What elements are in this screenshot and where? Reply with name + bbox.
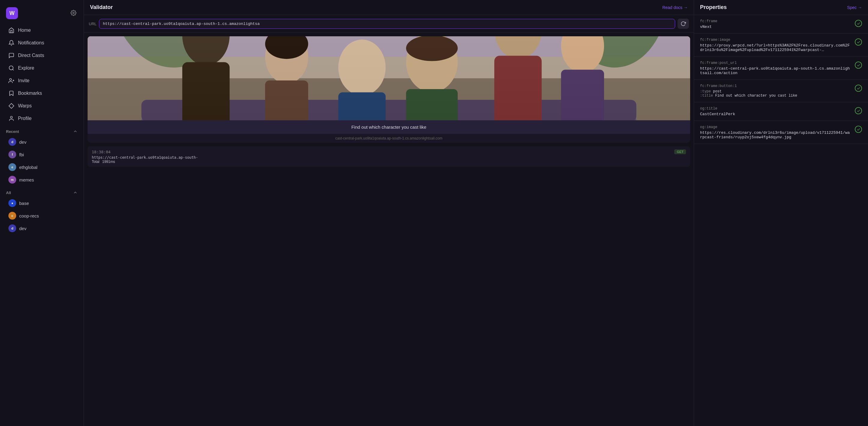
prop-row-og-title: og:title CastCentralPerk (694, 102, 868, 121)
properties-content: fc:frame vNext fc:frame:image https://pr… (694, 15, 868, 426)
prop-key: fc:frame:image (700, 38, 851, 42)
sidebar-item-warps-label: Warps (18, 103, 32, 109)
recent-section-header: Recent (0, 125, 84, 135)
prop-left: fc:frame:button:1 :type post :title Find… (700, 84, 851, 98)
diamond-icon (8, 103, 14, 109)
check-icon (857, 63, 861, 67)
prop-valid-icon (855, 38, 862, 45)
search-icon (8, 65, 14, 71)
channel-name: coop-recs (19, 213, 39, 218)
prop-key: fc:frame:post_url (700, 61, 851, 65)
sidebar-item-explore[interactable]: Explore (2, 62, 81, 74)
sidebar-item-invite-label: Invite (18, 78, 29, 83)
frame-image (88, 36, 690, 120)
sub-val2: Find out which character you cast like (715, 94, 797, 98)
frame-url: cast-central-park.uo9ta1qoaiuta.ap-south… (88, 134, 690, 143)
channel-item-dev-recent[interactable]: d dev (2, 135, 81, 148)
svg-point-7 (10, 116, 12, 119)
main-panels: Validator Read docs → URL (84, 0, 868, 426)
url-bar: URL (84, 15, 694, 33)
channel-name: fbi (19, 152, 24, 157)
sub-key1: :type (700, 89, 711, 94)
sidebar-item-profile[interactable]: Profile (2, 112, 81, 125)
url-label: URL (89, 22, 97, 26)
log-url: https://cast-central-park.uo9ta1qoaiuta.… (92, 155, 686, 160)
sidebar-item-direct-casts-label: Direct Casts (18, 53, 44, 58)
log-meta: 18:38:04 GET (92, 149, 686, 154)
spec-link[interactable]: Spec → (847, 5, 862, 10)
channel-item-dev-all[interactable]: d dev (2, 222, 81, 235)
properties-header: Properties Spec → (694, 0, 868, 15)
get-badge: GET (674, 149, 686, 154)
svg-point-3 (9, 79, 12, 81)
channel-name: ethglobal (19, 165, 37, 170)
sidebar-item-warps[interactable]: Warps (2, 100, 81, 112)
url-input[interactable] (99, 19, 675, 29)
sidebar-item-invite[interactable]: Invite (2, 74, 81, 87)
home-icon (8, 27, 14, 33)
read-docs-link[interactable]: Read docs → (662, 5, 688, 10)
properties-panel: Properties Spec → fc:frame vNext fc:fram… (694, 0, 868, 426)
check-icon (857, 109, 861, 113)
prop-left: fc:frame:image https://proxy.wrpcd.net/?… (700, 38, 851, 52)
channel-avatar: c (8, 212, 16, 220)
sidebar-item-home[interactable]: Home (2, 24, 81, 37)
prop-row-fc-frame-image: fc:frame:image https://proxy.wrpcd.net/?… (694, 34, 868, 57)
sidebar-header: W (0, 5, 84, 24)
chevron-up-icon-2 (73, 190, 78, 195)
svg-rect-32 (88, 36, 690, 120)
prop-row-fc-frame: fc:frame vNext (694, 15, 868, 34)
channel-item-base[interactable]: ● base (2, 197, 81, 209)
refresh-icon (681, 21, 686, 26)
channel-avatar: e (8, 163, 16, 171)
sidebar-item-direct-casts[interactable]: Direct Casts (2, 49, 81, 62)
sidebar-item-bookmarks[interactable]: Bookmarks (2, 87, 81, 100)
bell-icon (8, 40, 14, 46)
sidebar-item-bookmarks-label: Bookmarks (18, 91, 42, 96)
validator-panel: Validator Read docs → URL (84, 0, 694, 426)
prop-valid-icon (855, 126, 862, 133)
bookmark-icon (8, 90, 14, 96)
channel-name: dev (19, 226, 26, 231)
check-icon (857, 86, 861, 90)
channel-name: memes (19, 177, 34, 182)
check-icon (857, 40, 861, 44)
log-total: Total 1991ms (92, 160, 686, 164)
svg-line-2 (12, 69, 14, 70)
channel-item-ethglobal[interactable]: e ethglobal (2, 161, 81, 174)
channel-name: dev (19, 140, 26, 145)
frame-action-button[interactable]: Find out which character you cast like (88, 120, 690, 134)
chevron-up-icon (73, 129, 78, 134)
prop-key: og:image (700, 125, 851, 129)
friends-image-svg (88, 36, 690, 120)
properties-title: Properties (700, 4, 727, 10)
prop-left: og:title CastCentralPerk (700, 106, 851, 116)
prop-valid-icon (855, 107, 862, 114)
sub-val1: post (713, 89, 722, 94)
prop-sub-2: :title Find out which character you cast… (700, 94, 851, 98)
prop-key: fc:frame (700, 19, 851, 23)
validator-header: Validator Read docs → (84, 0, 694, 15)
prop-row-fc-frame-post-url: fc:frame:post_url https://cast-central-p… (694, 57, 868, 80)
refresh-button[interactable] (678, 19, 689, 29)
channel-avatar: d (8, 224, 16, 232)
channel-item-fbi[interactable]: f fbi (2, 148, 81, 161)
sub-key2: :title (700, 94, 713, 98)
channel-avatar: d (8, 138, 16, 146)
message-icon (8, 53, 14, 59)
check-icon (857, 127, 861, 131)
channel-avatar: m (8, 176, 16, 184)
prop-value: https://proxy.wrpcd.net/?url=https%3A%2F… (700, 43, 851, 52)
channel-item-memes[interactable]: m memes (2, 174, 81, 186)
user-plus-icon (8, 78, 14, 84)
channel-item-coop-recs[interactable]: c coop-recs (2, 209, 81, 222)
warpcast-logo[interactable]: W (6, 7, 18, 19)
svg-point-0 (73, 12, 74, 13)
settings-button[interactable] (69, 9, 78, 18)
prop-value: CastCentralPerk (700, 112, 851, 116)
prop-row-fc-frame-button: fc:frame:button:1 :type post :title Find… (694, 80, 868, 102)
prop-key: og:title (700, 106, 851, 111)
all-section-header: All (0, 186, 84, 197)
svg-point-1 (9, 66, 13, 70)
sidebar-item-notifications[interactable]: Notifications (2, 37, 81, 49)
